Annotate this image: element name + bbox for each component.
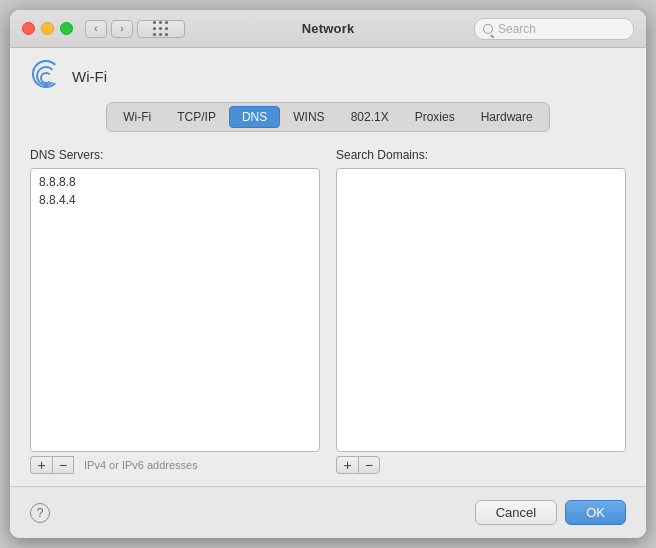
minimize-button[interactable] xyxy=(41,22,54,35)
tab-wifi[interactable]: Wi-Fi xyxy=(110,106,164,128)
dns-server-entry[interactable]: 8.8.4.4 xyxy=(31,191,319,209)
search-placeholder: Search xyxy=(498,22,536,36)
network-window: ‹ › Network Search Wi-Fi xyxy=(10,10,646,538)
wifi-icon xyxy=(30,64,62,88)
window-title: Network xyxy=(302,21,355,36)
domains-remove-button[interactable]: − xyxy=(358,456,380,474)
tab-tcpip[interactable]: TCP/IP xyxy=(164,106,229,128)
tabbar: Wi-Fi TCP/IP DNS WINS 802.1X Proxies Har… xyxy=(106,102,549,132)
footer-buttons: Cancel OK xyxy=(475,500,626,525)
close-button[interactable] xyxy=(22,22,35,35)
search-domains-list[interactable] xyxy=(336,168,626,452)
dns-servers-list[interactable]: 8.8.8.88.8.4.4 xyxy=(30,168,320,452)
dns-remove-button[interactable]: − xyxy=(52,456,74,474)
dns-add-button[interactable]: + xyxy=(30,456,52,474)
tab-hardware[interactable]: Hardware xyxy=(468,106,546,128)
tab-8021x[interactable]: 802.1X xyxy=(338,106,402,128)
back-button[interactable]: ‹ xyxy=(85,20,107,38)
wifi-label: Wi-Fi xyxy=(72,68,107,85)
domains-add-button[interactable]: + xyxy=(336,456,358,474)
dns-server-entry[interactable]: 8.8.8.8 xyxy=(31,173,319,191)
apps-grid-icon xyxy=(153,21,169,37)
content-area: Wi-Fi Wi-Fi TCP/IP DNS WINS 802.1X Proxi… xyxy=(10,48,646,474)
dns-hint: IPv4 or IPv6 addresses xyxy=(84,459,198,471)
traffic-lights xyxy=(22,22,73,35)
tab-wins[interactable]: WINS xyxy=(280,106,337,128)
tab-dns[interactable]: DNS xyxy=(229,106,280,128)
dns-servers-label: DNS Servers: xyxy=(30,148,320,162)
titlebar: ‹ › Network Search xyxy=(10,10,646,48)
tab-proxies[interactable]: Proxies xyxy=(402,106,468,128)
nav-buttons: ‹ › xyxy=(85,20,133,38)
wifi-header: Wi-Fi xyxy=(30,64,626,88)
search-domains-panel: Search Domains: + − xyxy=(336,148,626,474)
cancel-button[interactable]: Cancel xyxy=(475,500,557,525)
dns-servers-panel: DNS Servers: 8.8.8.88.8.4.4 + − IPv4 or … xyxy=(30,148,320,474)
search-domains-controls: + − xyxy=(336,456,626,474)
search-icon xyxy=(483,24,493,34)
maximize-button[interactable] xyxy=(60,22,73,35)
panels: DNS Servers: 8.8.8.88.8.4.4 + − IPv4 or … xyxy=(30,148,626,474)
dns-servers-controls: + − IPv4 or IPv6 addresses xyxy=(30,456,320,474)
ok-button[interactable]: OK xyxy=(565,500,626,525)
search-bar[interactable]: Search xyxy=(474,18,634,40)
apps-button[interactable] xyxy=(137,20,185,38)
search-domains-label: Search Domains: xyxy=(336,148,626,162)
footer: ? Cancel OK xyxy=(10,486,646,538)
forward-button[interactable]: › xyxy=(111,20,133,38)
help-button[interactable]: ? xyxy=(30,503,50,523)
